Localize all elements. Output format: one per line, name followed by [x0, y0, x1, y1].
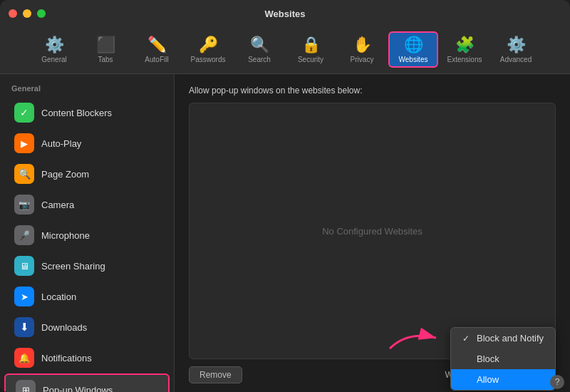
tabs-icon: ⬛	[96, 36, 115, 54]
toolbar-advanced[interactable]: ⚙️ Advanced	[491, 33, 541, 66]
traffic-lights	[9, 9, 46, 18]
microphone-icon: 🎤	[14, 225, 34, 245]
sidebar-label-downloads: Downloads	[41, 322, 87, 333]
sidebar-section-general: General	[0, 81, 174, 97]
popup-windows-icon: ⊞	[16, 380, 36, 392]
advanced-icon: ⚙️	[507, 36, 526, 54]
passwords-icon: 🔑	[199, 36, 218, 54]
sidebar-label-camera: Camera	[41, 200, 74, 210]
configured-websites-box: No Configured Websites	[189, 103, 556, 359]
block-notify-check: ✓	[462, 334, 472, 344]
screen-sharing-icon: 🖥	[14, 256, 34, 276]
window-title: Websites	[265, 9, 306, 19]
no-configured-label: No Configured Websites	[322, 226, 423, 237]
sidebar-label-screen-sharing: Screen Sharing	[41, 261, 105, 272]
block-check	[462, 354, 472, 364]
toolbar-security[interactable]: 🔒 Security	[286, 33, 336, 66]
toolbar-search[interactable]: 🔍 Search	[234, 33, 284, 66]
remove-button[interactable]: Remove	[189, 366, 242, 383]
sidebar: General ✓ Content Blockers ▶ Auto-Play 🔍…	[0, 74, 175, 392]
toolbar: ⚙️ General ⬛ Tabs ✏️ AutoFill 🔑 Password…	[0, 27, 570, 74]
help-button[interactable]: ?	[550, 375, 564, 389]
toolbar-extensions-label: Extensions	[447, 56, 482, 63]
toolbar-passwords[interactable]: 🔑 Passwords	[183, 33, 233, 66]
toolbar-security-label: Security	[298, 56, 323, 63]
sidebar-item-auto-play[interactable]: ▶ Auto-Play	[4, 128, 170, 158]
sidebar-label-content-blockers: Content Blockers	[41, 108, 112, 118]
auto-play-icon: ▶	[14, 133, 34, 153]
toolbar-websites-label: Websites	[399, 56, 428, 63]
sidebar-label-auto-play: Auto-Play	[41, 138, 81, 149]
toolbar-general-label: General	[41, 56, 67, 63]
security-icon: 🔒	[301, 36, 321, 54]
sidebar-label-notifications: Notifications	[41, 353, 92, 363]
popup-dropdown: ✓ Block and Notify Block Allow	[450, 327, 556, 391]
dropdown-block[interactable]: Block	[451, 349, 555, 369]
toolbar-general[interactable]: ⚙️ General	[29, 33, 79, 66]
toolbar-websites[interactable]: 🌐 Websites	[388, 31, 438, 68]
content-blockers-icon: ✓	[14, 103, 34, 123]
allow-popup-label: Allow pop-up windows on the websites bel…	[189, 86, 556, 96]
extensions-icon: 🧩	[455, 36, 475, 54]
toolbar-tabs[interactable]: ⬛ Tabs	[81, 33, 130, 66]
sidebar-item-notifications[interactable]: 🔔 Notifications	[4, 343, 170, 373]
sidebar-item-content-blockers[interactable]: ✓ Content Blockers	[4, 98, 170, 128]
notifications-icon: 🔔	[14, 348, 34, 368]
toolbar-privacy-label: Privacy	[351, 56, 374, 63]
block-notify-label: Block and Notify	[477, 333, 544, 344]
sidebar-item-camera[interactable]: 📷 Camera	[4, 190, 170, 220]
sidebar-item-screen-sharing[interactable]: 🖥 Screen Sharing	[4, 251, 170, 281]
main-layout: General ✓ Content Blockers ▶ Auto-Play 🔍…	[0, 74, 570, 392]
websites-icon: 🌐	[404, 36, 423, 54]
search-icon: 🔍	[250, 36, 269, 54]
content-area: Allow pop-up windows on the websites bel…	[175, 74, 570, 392]
toolbar-tabs-label: Tabs	[98, 56, 113, 63]
dropdown-block-notify[interactable]: ✓ Block and Notify	[451, 328, 555, 349]
camera-icon: 📷	[14, 195, 34, 215]
allow-check	[462, 375, 472, 385]
sidebar-item-page-zoom[interactable]: 🔍 Page Zoom	[4, 159, 170, 189]
maximize-button[interactable]	[37, 9, 46, 18]
sidebar-label-page-zoom: Page Zoom	[41, 169, 89, 180]
dropdown-container: ✓ Block and Notify Block Allow	[450, 327, 556, 391]
general-icon: ⚙️	[45, 36, 64, 54]
toolbar-autofill[interactable]: ✏️ AutoFill	[132, 33, 182, 66]
sidebar-item-popup-windows[interactable]: ⊞ Pop-up Windows	[4, 373, 170, 392]
dropdown-allow[interactable]: Allow	[451, 369, 555, 390]
minimize-button[interactable]	[23, 9, 31, 18]
sidebar-label-location: Location	[41, 292, 76, 302]
close-button[interactable]	[9, 9, 17, 18]
title-bar: Websites	[0, 0, 570, 27]
toolbar-privacy[interactable]: ✋ Privacy	[337, 33, 387, 66]
toolbar-search-label: Search	[248, 56, 271, 63]
sidebar-item-downloads[interactable]: ⬇ Downloads	[4, 312, 170, 342]
location-icon: ➤	[14, 287, 34, 306]
block-label: Block	[477, 354, 499, 364]
sidebar-label-microphone: Microphone	[41, 230, 90, 241]
sidebar-label-popup-windows: Pop-up Windows	[43, 385, 113, 393]
allow-label: Allow	[477, 374, 499, 385]
sidebar-item-location[interactable]: ➤ Location	[4, 282, 170, 311]
toolbar-passwords-label: Passwords	[191, 56, 226, 63]
downloads-icon: ⬇	[14, 317, 34, 337]
sidebar-item-microphone[interactable]: 🎤 Microphone	[4, 220, 170, 250]
privacy-icon: ✋	[353, 36, 372, 54]
toolbar-advanced-label: Advanced	[500, 56, 532, 63]
page-zoom-icon: 🔍	[14, 164, 34, 184]
bottom-bar: Remove When visiting other websites: ✓ B…	[189, 366, 556, 383]
toolbar-extensions[interactable]: 🧩 Extensions	[440, 33, 489, 66]
toolbar-autofill-label: AutoFill	[145, 56, 168, 63]
autofill-icon: ✏️	[147, 36, 167, 54]
